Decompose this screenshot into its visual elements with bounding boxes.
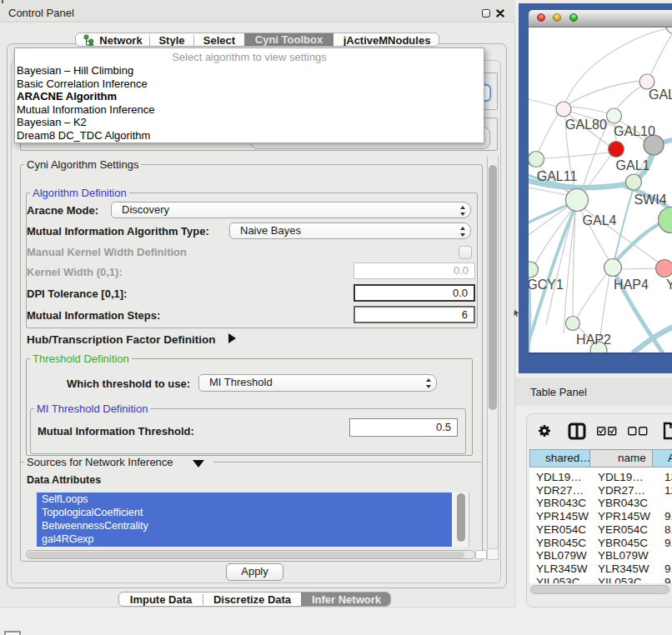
svg-text:YJL: YJL xyxy=(666,278,672,292)
svg-text:SWI4: SWI4 xyxy=(634,192,666,207)
svg-text:GAL1: GAL1 xyxy=(616,158,650,172)
svg-text:HAP4: HAP4 xyxy=(614,278,649,292)
svg-text:GAL11: GAL11 xyxy=(537,169,578,183)
svg-text:HAP2: HAP2 xyxy=(576,332,611,347)
svg-text:GAL10: GAL10 xyxy=(614,124,655,138)
svg-text:GAL2: GAL2 xyxy=(649,88,672,102)
svg-text:GAL80: GAL80 xyxy=(565,118,607,132)
svg-text:GCY1: GCY1 xyxy=(529,278,564,292)
svg-text:GAL4: GAL4 xyxy=(583,213,617,228)
